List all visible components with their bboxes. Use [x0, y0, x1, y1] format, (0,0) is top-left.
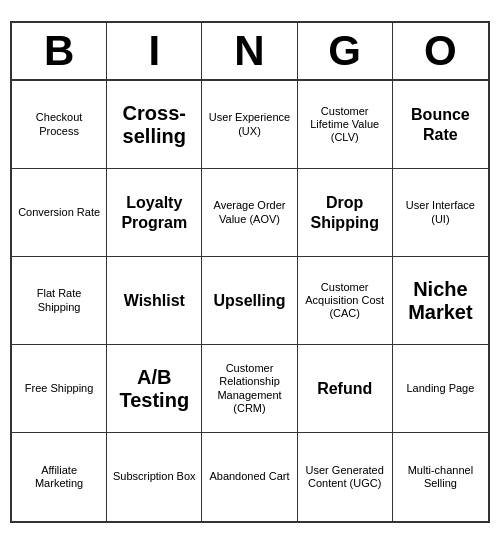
cell-text: Abandoned Cart	[209, 470, 289, 483]
bingo-cell: Cross-selling	[107, 81, 202, 169]
bingo-card: BINGO Checkout ProcessCross-sellingUser …	[10, 21, 490, 523]
header-letter: G	[298, 23, 393, 79]
header-letter: B	[12, 23, 107, 79]
bingo-cell: Drop Shipping	[298, 169, 393, 257]
cell-text: Cross-selling	[111, 102, 197, 148]
cell-text: Affiliate Marketing	[16, 464, 102, 490]
bingo-cell: Checkout Process	[12, 81, 107, 169]
cell-text: Subscription Box	[113, 470, 196, 483]
cell-text: Landing Page	[406, 382, 474, 395]
bingo-cell: Abandoned Cart	[202, 433, 297, 521]
cell-text: Free Shipping	[25, 382, 94, 395]
bingo-cell: Free Shipping	[12, 345, 107, 433]
cell-text: User Generated Content (UGC)	[302, 464, 388, 490]
bingo-cell: Upselling	[202, 257, 297, 345]
header-letter: O	[393, 23, 488, 79]
cell-text: Niche Market	[397, 278, 484, 324]
bingo-grid: Checkout ProcessCross-sellingUser Experi…	[12, 81, 488, 521]
bingo-cell: Multi-channel Selling	[393, 433, 488, 521]
cell-text: Customer Lifetime Value (CLV)	[302, 105, 388, 145]
bingo-cell: Average Order Value (AOV)	[202, 169, 297, 257]
cell-text: Conversion Rate	[18, 206, 100, 219]
cell-text: Upselling	[213, 291, 285, 310]
bingo-cell: Refund	[298, 345, 393, 433]
bingo-cell: Wishlist	[107, 257, 202, 345]
bingo-cell: A/B Testing	[107, 345, 202, 433]
cell-text: Bounce Rate	[397, 105, 484, 143]
bingo-cell: Customer Acquisition Cost (CAC)	[298, 257, 393, 345]
cell-text: A/B Testing	[111, 366, 197, 412]
cell-text: Wishlist	[124, 291, 185, 310]
header-letter: N	[202, 23, 297, 79]
cell-text: User Interface (UI)	[397, 199, 484, 225]
cell-text: Multi-channel Selling	[397, 464, 484, 490]
bingo-cell: User Generated Content (UGC)	[298, 433, 393, 521]
cell-text: Customer Relationship Management (CRM)	[206, 362, 292, 415]
bingo-cell: Customer Relationship Management (CRM)	[202, 345, 297, 433]
cell-text: Loyalty Program	[111, 193, 197, 231]
cell-text: User Experience (UX)	[206, 111, 292, 137]
cell-text: Refund	[317, 379, 372, 398]
bingo-header: BINGO	[12, 23, 488, 81]
bingo-cell: Niche Market	[393, 257, 488, 345]
bingo-cell: Loyalty Program	[107, 169, 202, 257]
header-letter: I	[107, 23, 202, 79]
bingo-cell: Flat Rate Shipping	[12, 257, 107, 345]
cell-text: Flat Rate Shipping	[16, 287, 102, 313]
cell-text: Average Order Value (AOV)	[206, 199, 292, 225]
bingo-cell: User Interface (UI)	[393, 169, 488, 257]
cell-text: Checkout Process	[16, 111, 102, 137]
bingo-cell: Conversion Rate	[12, 169, 107, 257]
bingo-cell: User Experience (UX)	[202, 81, 297, 169]
bingo-cell: Affiliate Marketing	[12, 433, 107, 521]
cell-text: Drop Shipping	[302, 193, 388, 231]
cell-text: Customer Acquisition Cost (CAC)	[302, 281, 388, 321]
bingo-cell: Landing Page	[393, 345, 488, 433]
bingo-cell: Customer Lifetime Value (CLV)	[298, 81, 393, 169]
bingo-cell: Subscription Box	[107, 433, 202, 521]
bingo-cell: Bounce Rate	[393, 81, 488, 169]
